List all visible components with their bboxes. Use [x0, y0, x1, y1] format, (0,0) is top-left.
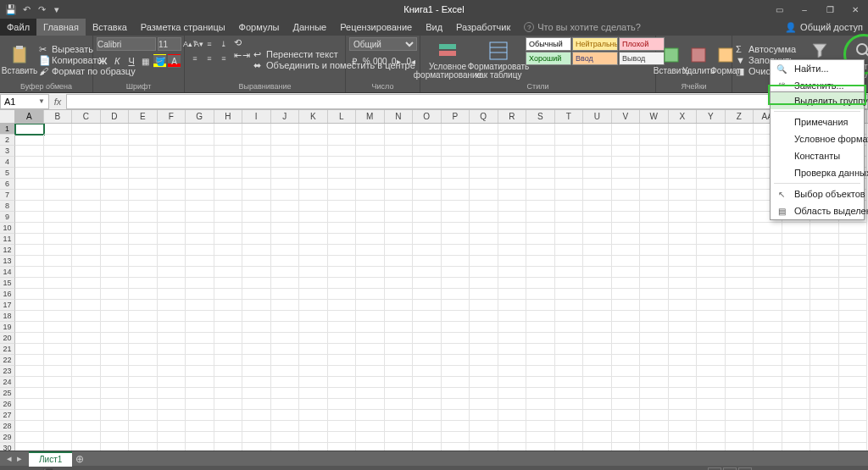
col-header-V[interactable]: V [612, 110, 641, 123]
cell[interactable] [356, 223, 385, 234]
row-header-11[interactable]: 11 [0, 234, 15, 245]
cell[interactable] [498, 443, 527, 451]
cell[interactable] [413, 432, 442, 443]
cell[interactable] [72, 245, 101, 256]
col-header-M[interactable]: M [356, 110, 385, 123]
cell[interactable] [328, 333, 357, 344]
cell[interactable] [640, 201, 669, 212]
cell[interactable] [299, 179, 328, 190]
cell[interactable] [356, 432, 385, 443]
cell[interactable] [526, 157, 555, 168]
cell[interactable] [470, 157, 498, 168]
cell[interactable] [214, 223, 243, 234]
sheet-tab-1[interactable]: Лист1 [29, 451, 72, 467]
cell[interactable] [697, 355, 726, 366]
cell[interactable] [810, 421, 839, 432]
cell[interactable] [101, 388, 130, 399]
cell[interactable] [810, 300, 839, 311]
cell[interactable] [669, 223, 698, 234]
cell[interactable] [271, 245, 300, 256]
cell[interactable] [158, 267, 186, 278]
worksheet-grid[interactable]: ABCDEFGHIJKLMNOPQRSTUVWXYZAAABACAD 12345… [0, 110, 868, 451]
cell[interactable] [697, 311, 726, 322]
menu-selection-pane[interactable]: ▤Область выделения... [771, 202, 864, 219]
cell[interactable] [726, 421, 754, 432]
cell[interactable] [44, 245, 73, 256]
cell[interactable] [44, 311, 73, 322]
cell[interactable] [526, 179, 555, 190]
cell[interactable] [754, 432, 782, 443]
align-right-icon[interactable]: ≡ [217, 52, 231, 65]
cell[interactable] [839, 388, 868, 399]
cell[interactable] [470, 201, 498, 212]
cell[interactable] [214, 267, 243, 278]
cell[interactable] [101, 377, 130, 388]
cell[interactable] [498, 267, 527, 278]
comma-icon[interactable]: 000 [373, 54, 387, 68]
cell[interactable] [158, 212, 186, 223]
cell[interactable] [810, 245, 839, 256]
cell[interactable] [328, 223, 357, 234]
ribbon-options-icon[interactable]: ▭ [766, 0, 792, 19]
cell[interactable] [754, 289, 782, 300]
cell[interactable] [242, 333, 271, 344]
cell[interactable] [299, 432, 328, 443]
cell[interactable] [754, 355, 782, 366]
cell[interactable] [640, 157, 669, 168]
save-icon[interactable]: 💾 [5, 3, 17, 15]
col-header-R[interactable]: R [498, 110, 527, 123]
cell[interactable] [271, 135, 300, 146]
cell[interactable] [640, 256, 669, 267]
cell[interactable] [101, 311, 130, 322]
cell[interactable] [242, 432, 271, 443]
cell[interactable] [129, 245, 158, 256]
cell[interactable] [697, 168, 726, 179]
cell[interactable] [726, 399, 754, 410]
cell[interactable] [555, 388, 584, 399]
cell[interactable] [555, 190, 584, 201]
cell[interactable] [356, 124, 385, 135]
cell[interactable] [214, 168, 243, 179]
cell[interactable] [385, 300, 414, 311]
cell[interactable] [242, 355, 271, 366]
cell[interactable] [15, 377, 44, 388]
cell[interactable] [328, 168, 357, 179]
cell[interactable] [470, 377, 498, 388]
cell[interactable] [271, 157, 300, 168]
cell[interactable] [640, 300, 669, 311]
cell[interactable] [526, 311, 555, 322]
percent-icon[interactable]: % [361, 54, 371, 68]
cell[interactable] [754, 333, 782, 344]
cell[interactable] [526, 432, 555, 443]
cell[interactable] [583, 432, 612, 443]
cell[interactable] [470, 190, 498, 201]
row-header-9[interactable]: 9 [0, 212, 15, 223]
cell[interactable] [470, 421, 498, 432]
cell[interactable] [726, 212, 754, 223]
cell[interactable] [158, 421, 186, 432]
cell[interactable] [839, 333, 868, 344]
cell[interactable] [583, 366, 612, 377]
cell[interactable] [810, 388, 839, 399]
cell[interactable] [214, 322, 243, 333]
cell[interactable] [101, 421, 130, 432]
cell[interactable] [129, 212, 158, 223]
cell[interactable] [299, 355, 328, 366]
cell[interactable] [669, 410, 698, 421]
cell[interactable] [754, 234, 782, 245]
cell[interactable] [72, 146, 101, 157]
cell[interactable] [44, 289, 73, 300]
cell[interactable] [72, 212, 101, 223]
cell[interactable] [385, 366, 414, 377]
cell[interactable] [839, 267, 868, 278]
cell[interactable] [697, 443, 726, 451]
cell[interactable] [356, 168, 385, 179]
cell[interactable] [158, 234, 186, 245]
menu-validation[interactable]: Проверка данных [771, 164, 864, 181]
cell[interactable] [385, 311, 414, 322]
format-table-button[interactable]: Форматировать как таблицу [475, 37, 522, 82]
row-header-15[interactable]: 15 [0, 278, 15, 289]
cell[interactable] [271, 443, 300, 451]
cell[interactable] [242, 278, 271, 289]
menu-goto-special[interactable]: Выделить группу ячеек... [771, 92, 864, 109]
